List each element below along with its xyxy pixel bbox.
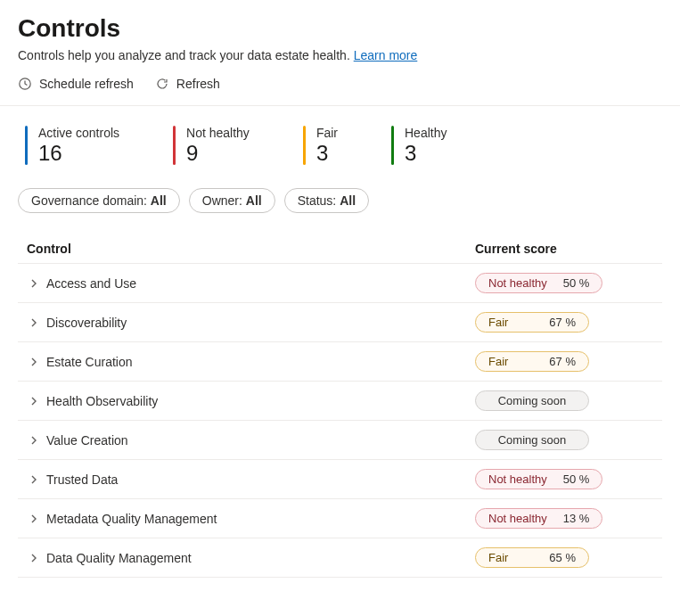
col-control-header: Control [27, 242, 475, 256]
badge-pct: 13 % [563, 512, 590, 525]
filter-prefix: Status: [298, 193, 340, 208]
status-badge: Fair67 % [475, 351, 589, 372]
control-name: Discoverability [41, 316, 475, 330]
table-row[interactable]: Value CreationComing soon [18, 421, 662, 460]
chevron-right-icon [27, 279, 41, 288]
stat-label: Fair [316, 126, 338, 140]
score-cell: Coming soon [475, 390, 653, 411]
filter-pill[interactable]: Governance domain: All [18, 188, 180, 213]
filter-value: All [340, 193, 356, 208]
control-name: Data Quality Management [41, 551, 475, 565]
page-title: Controls [18, 14, 662, 43]
page-subtitle: Controls help you analyze and track your… [18, 48, 662, 62]
status-badge: Not healthy13 % [475, 508, 602, 529]
chevron-right-icon [27, 318, 41, 327]
status-badge: Fair65 % [475, 547, 589, 568]
filter-pill[interactable]: Status: All [284, 188, 369, 213]
score-cell: Fair65 % [475, 547, 653, 568]
table-row[interactable]: Data Quality ManagementFair65 % [18, 538, 662, 578]
chevron-right-icon [27, 514, 41, 523]
badge-pct: 65 % [549, 551, 576, 564]
badge-pct: 50 % [563, 276, 590, 290]
stat-bar [391, 126, 394, 165]
badge-label: Not healthy [488, 276, 547, 290]
schedule-refresh-label: Schedule refresh [39, 77, 134, 91]
stat-card: Not healthy9 [173, 126, 250, 165]
stat-bar [25, 126, 28, 165]
stat-value: 3 [316, 142, 338, 165]
refresh-label: Refresh [176, 77, 220, 91]
filter-value: All [151, 193, 167, 208]
badge-label: Fair [488, 316, 508, 329]
col-score-header: Current score [475, 242, 653, 256]
schedule-refresh-button[interactable]: Schedule refresh [18, 75, 134, 93]
stat-label: Active controls [38, 126, 119, 140]
score-cell: Fair67 % [475, 351, 653, 372]
control-name: Value Creation [41, 433, 475, 448]
divider [0, 105, 680, 106]
status-badge: Not healthy50 % [475, 273, 602, 293]
filter-row: Governance domain: AllOwner: AllStatus: … [18, 188, 662, 213]
score-cell: Not healthy50 % [475, 469, 653, 489]
filter-pill[interactable]: Owner: All [189, 188, 275, 213]
badge-label: Fair [488, 551, 508, 564]
stat-card: Fair3 [303, 126, 338, 165]
chevron-right-icon [27, 397, 41, 406]
subtitle-text: Controls help you analyze and track your… [18, 48, 354, 62]
table-row[interactable]: Trusted DataNot healthy50 % [18, 460, 662, 499]
chevron-right-icon [27, 436, 41, 445]
badge-pct: 67 % [549, 355, 576, 368]
control-name: Health Observability [41, 394, 475, 408]
stat-bar [303, 126, 306, 165]
toolbar: Schedule refresh Refresh [18, 75, 662, 93]
chevron-right-icon [27, 554, 41, 563]
control-name: Metadata Quality Management [41, 512, 475, 526]
stat-value: 16 [38, 142, 119, 165]
stat-label: Not healthy [186, 126, 250, 140]
score-cell: Not healthy13 % [475, 508, 653, 529]
badge-label: Fair [488, 355, 508, 368]
status-badge: Fair67 % [475, 312, 589, 333]
filter-value: All [246, 193, 262, 208]
stat-card: Active controls16 [25, 126, 119, 165]
stat-value: 9 [186, 142, 250, 165]
filter-prefix: Owner: [202, 193, 246, 208]
control-name: Estate Curation [41, 355, 475, 369]
stat-bar [173, 126, 176, 165]
stat-value: 3 [405, 142, 447, 165]
badge-pct: 50 % [563, 472, 590, 486]
refresh-button[interactable]: Refresh [155, 75, 220, 93]
stats-row: Active controls16Not healthy9Fair3Health… [18, 120, 662, 183]
control-name: Trusted Data [41, 472, 475, 487]
stat-card: Healthy3 [391, 126, 447, 165]
status-badge: Not healthy50 % [475, 469, 602, 489]
badge-label: Not healthy [488, 472, 547, 486]
table-row[interactable]: Access and UseNot healthy50 % [18, 264, 662, 303]
badge-label: Not healthy [488, 512, 547, 525]
clock-icon [18, 77, 32, 91]
badge-label: Coming soon [498, 394, 567, 407]
status-badge: Coming soon [475, 430, 589, 450]
score-cell: Fair67 % [475, 312, 653, 333]
badge-pct: 67 % [549, 316, 576, 329]
score-cell: Coming soon [475, 430, 653, 450]
chevron-right-icon [27, 475, 41, 484]
controls-table: Control Current score Access and UseNot … [18, 234, 662, 578]
table-row[interactable]: Estate CurationFair67 % [18, 342, 662, 382]
table-row[interactable]: Metadata Quality ManagementNot healthy13… [18, 499, 662, 538]
table-row[interactable]: DiscoverabilityFair67 % [18, 303, 662, 342]
score-cell: Not healthy50 % [475, 273, 653, 293]
table-row[interactable]: Health ObservabilityComing soon [18, 382, 662, 421]
control-name: Access and Use [41, 276, 475, 291]
filter-prefix: Governance domain: [31, 193, 151, 208]
learn-more-link[interactable]: Learn more [354, 48, 418, 62]
status-badge: Coming soon [475, 390, 589, 411]
refresh-icon [155, 77, 169, 91]
badge-label: Coming soon [498, 433, 567, 447]
stat-label: Healthy [405, 126, 447, 140]
table-header: Control Current score [18, 234, 662, 264]
chevron-right-icon [27, 357, 41, 366]
